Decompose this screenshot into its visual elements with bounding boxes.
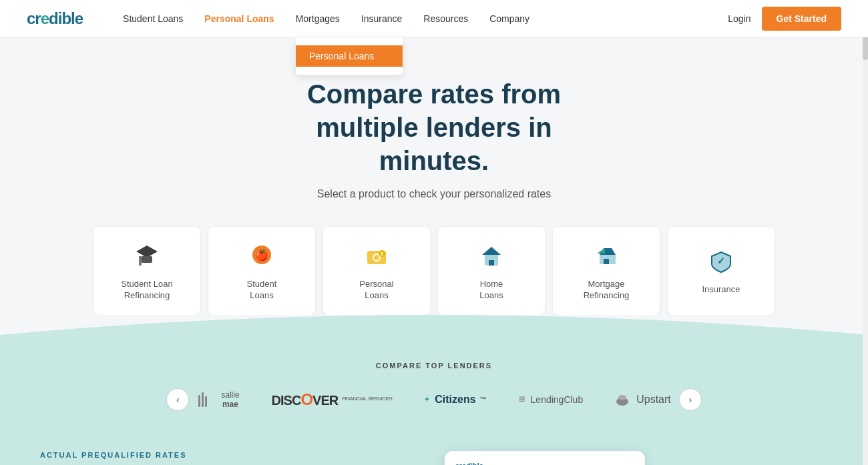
lender-discover: DISCOVER FINANCIAL SERVICES xyxy=(272,390,393,409)
svg-text:🍎: 🍎 xyxy=(255,249,268,262)
actual-prequalified-label: ACTUAL PREQUALIFIED RATES xyxy=(40,451,294,459)
scrollbar-track[interactable] xyxy=(863,0,868,465)
product-cards: Student LoanRefinancing 🍎 StudentLoans xyxy=(27,227,841,315)
nav-personal-loans[interactable]: Personal Loans xyxy=(204,13,274,24)
product-card-personal-loans[interactable]: $ PersonalLoans xyxy=(323,227,430,315)
product-card-home-loans[interactable]: HomeLoans xyxy=(438,227,545,315)
personal-loans-dropdown: Personal Loans xyxy=(296,37,403,75)
hero-title: Compare rates from multiple lenders in m… xyxy=(260,77,608,177)
svg-marker-10 xyxy=(482,247,501,255)
svg-point-7 xyxy=(374,255,379,260)
carousel-prev-button[interactable]: ‹ xyxy=(166,388,189,411)
personal-loans-label: PersonalLoans xyxy=(359,279,393,302)
svg-rect-20 xyxy=(205,396,207,407)
login-button[interactable]: Login xyxy=(728,13,750,24)
lenders-list: salliemae DISCOVER FINANCIAL SERVICES ✦ … xyxy=(197,390,671,410)
nav-actions: Login Get Started xyxy=(728,7,841,31)
bottom-left: ACTUAL PREQUALIFIED RATES If it's not a … xyxy=(40,451,294,465)
svg-text:✓: ✓ xyxy=(717,256,725,266)
student-loans-icon: 🍎 xyxy=(246,240,278,272)
bottom-right: credible Pre-qualify | Review offers Her… xyxy=(334,451,828,465)
student-refi-label: Student LoanRefinancing xyxy=(121,279,172,302)
lender-upstart: Upstart xyxy=(615,392,671,407)
product-card-insurance[interactable]: ✓ Insurance xyxy=(668,227,775,315)
logo[interactable]: credible xyxy=(27,9,83,28)
nav-insurance[interactable]: Insurance xyxy=(361,13,402,24)
nav-mortgages[interactable]: Mortgages xyxy=(296,13,340,24)
carousel-next-button[interactable]: › xyxy=(679,388,702,411)
nav-resources[interactable]: Resources xyxy=(423,13,468,24)
lender-citizens: ✦ Citizens™ xyxy=(424,394,486,406)
dropdown-item-personal-loans[interactable]: Personal Loans xyxy=(296,45,403,67)
lender-sallie-mae: salliemae xyxy=(197,390,239,410)
svg-point-22 xyxy=(618,395,626,400)
home-loans-icon xyxy=(475,240,507,272)
bottom-section: ACTUAL PREQUALIFIED RATES If it's not a … xyxy=(0,424,868,465)
hero-section: Compare rates from multiple lenders in m… xyxy=(0,37,868,315)
nav-company[interactable]: Company xyxy=(489,13,529,24)
home-loans-label: HomeLoans xyxy=(479,279,503,302)
svg-rect-15 xyxy=(604,259,609,264)
svg-rect-18 xyxy=(198,395,200,407)
insurance-label: Insurance xyxy=(702,284,740,296)
compare-title: COMPARE TOP LENDERS xyxy=(27,362,841,370)
product-card-student-loans[interactable]: 🍎 StudentLoans xyxy=(208,227,315,315)
svg-rect-2 xyxy=(139,256,142,266)
mock-ui-card: credible Pre-qualify | Review offers Her… xyxy=(445,451,645,465)
svg-rect-1 xyxy=(142,256,152,263)
hero-subtitle: Select a product to check your personali… xyxy=(27,188,841,200)
nav-student-loans[interactable]: Student Loans xyxy=(123,13,183,24)
mortgage-refi-icon xyxy=(590,240,622,272)
student-refi-icon xyxy=(131,240,163,272)
navbar: credible Student Loans Personal Loans Mo… xyxy=(0,0,868,37)
student-loans-label: StudentLoans xyxy=(247,279,277,302)
insurance-icon: ✓ xyxy=(705,246,737,278)
mock-ui-logo: credible xyxy=(455,462,634,465)
product-card-student-refi[interactable]: Student LoanRefinancing xyxy=(93,227,200,315)
svg-rect-19 xyxy=(202,392,204,407)
svg-text:$: $ xyxy=(381,252,383,257)
product-card-mortgage-refi[interactable]: MortgageRefinancing xyxy=(553,227,660,315)
svg-marker-16 xyxy=(597,248,605,254)
lender-lending-club: ⊞ LendingClub xyxy=(519,394,584,405)
mortgage-refi-label: MortgageRefinancing xyxy=(584,279,630,302)
svg-rect-12 xyxy=(489,260,494,266)
svg-marker-0 xyxy=(136,246,158,258)
compare-section: COMPARE TOP LENDERS ‹ salliemae DISCOVER… xyxy=(0,335,868,424)
get-started-button[interactable]: Get Started xyxy=(762,7,841,31)
nav-links: Student Loans Personal Loans Mortgages I… xyxy=(123,13,728,24)
personal-loans-icon: $ xyxy=(361,240,393,272)
teal-section: COMPARE TOP LENDERS ‹ salliemae DISCOVER… xyxy=(0,335,868,465)
lenders-row: ‹ salliemae DISCOVER FINANCIAL SERVICES xyxy=(27,388,841,411)
